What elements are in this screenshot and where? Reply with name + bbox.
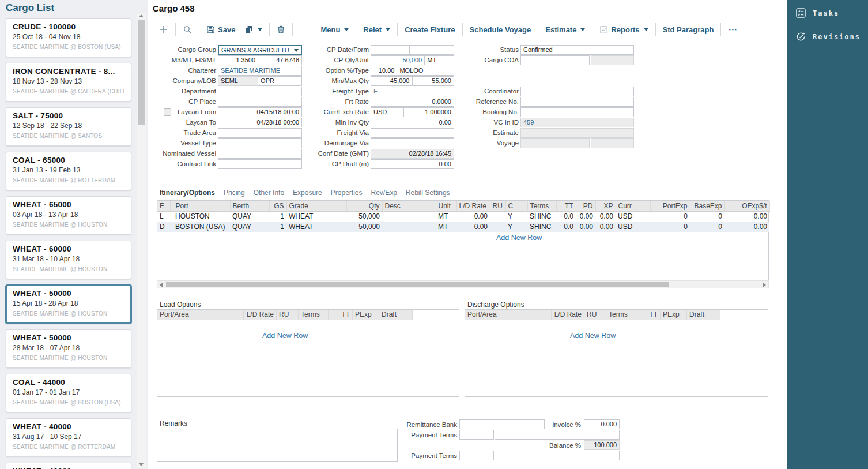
option-type-input[interactable]: MOLOO bbox=[397, 66, 454, 76]
invoice-pct-input[interactable]: 0.000 bbox=[584, 419, 620, 429]
cell-grade[interactable]: WHEAT bbox=[286, 211, 346, 222]
itinerary-h-scrollbar[interactable] bbox=[157, 280, 769, 288]
cargo-card[interactable]: WHEAT - 65000 03 Apr 18 - 13 Apr 18 SEAT… bbox=[6, 196, 131, 235]
reference-no-input[interactable] bbox=[520, 97, 634, 107]
cell-pd[interactable]: 0.00 bbox=[576, 222, 595, 232]
cell-gs[interactable]: 1 bbox=[269, 211, 286, 222]
col-oexp[interactable]: OExp$/t bbox=[724, 201, 769, 211]
remarks-textarea[interactable] bbox=[157, 429, 398, 462]
trade-area-input[interactable] bbox=[218, 128, 302, 138]
add-button[interactable] bbox=[154, 25, 173, 34]
lob-input[interactable]: OPR bbox=[258, 76, 302, 86]
more-button[interactable]: ⋯ bbox=[723, 24, 742, 35]
col-qty[interactable]: Qty bbox=[346, 201, 382, 211]
reports-button[interactable]: Reports bbox=[595, 25, 652, 34]
cell-baseexp[interactable]: 0 bbox=[690, 211, 724, 222]
cargo-card[interactable]: SALT - 75000 12 Sep 18 - 22 Sep 18 SEATI… bbox=[6, 107, 131, 146]
col-berth[interactable]: Berth bbox=[230, 201, 269, 211]
laycan-to-input[interactable]: 04/28/18 00:00 bbox=[218, 118, 302, 127]
cargo-card-partial[interactable]: WHEAT - 40000 bbox=[6, 463, 131, 469]
col-pexp[interactable]: PExp bbox=[661, 310, 687, 320]
cell-f[interactable]: D bbox=[157, 222, 170, 232]
scroll-left-icon[interactable] bbox=[160, 283, 163, 287]
col-terms[interactable]: Terms bbox=[527, 201, 556, 211]
cell-unit[interactable]: MT bbox=[436, 222, 456, 232]
vc-in-id-value[interactable]: 459 bbox=[520, 118, 634, 127]
itinerary-row-load[interactable]: L HOUSTON QUAY 1 WHEAT 50,000 MT 0.00 Y … bbox=[157, 211, 769, 222]
col-tt[interactable]: TT bbox=[556, 201, 576, 211]
col-portexp[interactable]: PortExp bbox=[650, 201, 690, 211]
status-value[interactable]: Confirmed bbox=[520, 45, 634, 55]
cargo-card[interactable]: IRON CONCENTRATE - 8... 18 Nov 13 - 28 N… bbox=[6, 63, 131, 102]
search-button[interactable] bbox=[178, 25, 197, 34]
col-unit[interactable]: Unit bbox=[436, 201, 456, 211]
payment-terms-desc-input[interactable] bbox=[495, 430, 620, 440]
cp-unit-input[interactable]: MT bbox=[424, 55, 454, 65]
scroll-right-icon[interactable] bbox=[763, 283, 766, 287]
save-button[interactable]: Save bbox=[202, 25, 240, 34]
tab-other-info[interactable]: Other Info bbox=[254, 189, 284, 201]
cargo-card-selected[interactable]: WHEAT - 50000 15 Apr 18 - 28 Apr 18 SEAT… bbox=[6, 285, 131, 324]
cell-ld-rate[interactable]: 0.00 bbox=[456, 222, 490, 232]
cell-pd[interactable]: 0.00 bbox=[576, 211, 595, 222]
col-port[interactable]: Port bbox=[170, 201, 230, 211]
payment-terms-2-desc-input[interactable] bbox=[495, 451, 620, 460]
itinerary-add-new-row-link[interactable]: Add New Row bbox=[496, 234, 542, 242]
col-ld-rate[interactable]: L/D Rate bbox=[456, 201, 490, 211]
payment-terms-2-code-input[interactable] bbox=[459, 451, 494, 460]
max-qty-input[interactable]: 55,000 bbox=[412, 76, 455, 86]
cargo-coa-input[interactable] bbox=[520, 55, 590, 65]
col-port-area[interactable]: Port/Area bbox=[157, 310, 244, 320]
cell-ld-rate[interactable]: 0.00 bbox=[456, 211, 490, 222]
cell-portexp[interactable]: 0 bbox=[650, 211, 690, 222]
cell-terms[interactable]: SHINC bbox=[527, 211, 556, 222]
department-input[interactable] bbox=[218, 87, 302, 96]
schedule-voyage-button[interactable]: Schedule Voyage bbox=[465, 25, 536, 34]
remittance-bank-input[interactable] bbox=[459, 419, 545, 429]
menu-button[interactable]: Menu bbox=[316, 25, 353, 34]
col-tt[interactable]: TT bbox=[636, 310, 661, 320]
col-f[interactable]: F bbox=[157, 201, 170, 211]
cell-terms[interactable]: SHINC bbox=[527, 222, 556, 232]
cell-xp[interactable]: 0.00 bbox=[595, 211, 616, 222]
col-baseexp[interactable]: BaseExp bbox=[690, 201, 724, 211]
cell-f[interactable]: L bbox=[157, 211, 170, 222]
col-port-area[interactable]: Port/Area bbox=[465, 310, 552, 320]
cp-place-input[interactable] bbox=[218, 97, 302, 107]
cell-grade[interactable]: WHEAT bbox=[286, 222, 346, 232]
create-fixture-button[interactable]: Create Fixture bbox=[400, 25, 459, 34]
frt-rate-input[interactable]: 0.0000 bbox=[371, 97, 454, 107]
cell-berth[interactable]: QUAY bbox=[230, 222, 269, 232]
coordinator-input[interactable] bbox=[520, 87, 634, 96]
scrollbar-thumb[interactable] bbox=[138, 20, 145, 125]
m3mt-input[interactable]: 1.3500 bbox=[218, 55, 258, 65]
col-gs[interactable]: GS bbox=[269, 201, 286, 211]
contract-link-input[interactable] bbox=[218, 159, 302, 169]
charterer-input[interactable]: SEATIDE MARITIME bbox=[218, 66, 302, 76]
curr-input[interactable]: USD bbox=[371, 107, 404, 117]
col-terms[interactable]: Terms bbox=[606, 310, 636, 320]
cell-curr[interactable]: USD bbox=[616, 222, 650, 232]
cargo-card[interactable]: COAL - 65000 31 Jan 13 - 19 Feb 13 SEATI… bbox=[6, 152, 131, 190]
tab-rev-exp[interactable]: Rev/Exp bbox=[371, 189, 397, 201]
cell-berth[interactable]: QUAY bbox=[230, 211, 269, 222]
std-paragraph-button[interactable]: Std Paragraph bbox=[658, 25, 719, 34]
vessel-type-input[interactable] bbox=[218, 138, 302, 148]
cargo-list-scrollbar[interactable] bbox=[137, 13, 146, 468]
col-curr[interactable]: Curr bbox=[616, 201, 650, 211]
tab-itinerary-options[interactable]: Itinerary/Options bbox=[160, 189, 215, 201]
scroll-down-icon[interactable] bbox=[139, 463, 144, 466]
exch-rate-input[interactable]: 1.000000 bbox=[403, 107, 454, 117]
col-draft[interactable]: Draft bbox=[687, 310, 720, 320]
col-draft[interactable]: Draft bbox=[379, 310, 413, 320]
col-xp[interactable]: XP bbox=[595, 201, 616, 211]
freight-via-input[interactable] bbox=[371, 128, 454, 138]
load-options-add-new-row-link[interactable]: Add New Row bbox=[262, 332, 308, 340]
itinerary-row-discharge[interactable]: D BOSTON (USA) QUAY 1 WHEAT 50,000 MT 0.… bbox=[157, 222, 769, 232]
nominated-vessel-input[interactable] bbox=[218, 149, 302, 159]
cp-form-input[interactable] bbox=[409, 45, 454, 55]
cell-desc[interactable] bbox=[382, 211, 436, 222]
cell-port[interactable]: BOSTON (USA) bbox=[170, 222, 230, 232]
cell-gs[interactable]: 1 bbox=[269, 222, 286, 232]
cell-curr[interactable]: USD bbox=[616, 211, 650, 222]
